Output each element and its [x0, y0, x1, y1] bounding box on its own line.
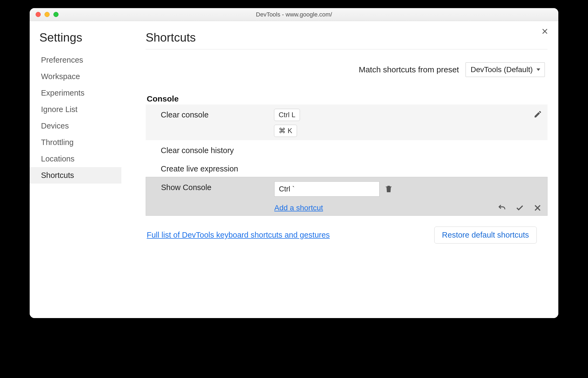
preset-label: Match shortcuts from preset [359, 65, 459, 74]
add-shortcut-link[interactable]: Add a shortcut [274, 204, 323, 212]
preset-row: Match shortcuts from preset DevTools (De… [146, 62, 548, 77]
shortcut-input[interactable] [274, 181, 380, 197]
close-icon[interactable] [541, 28, 549, 37]
sidebar-item-shortcuts[interactable]: Shortcuts [30, 167, 121, 184]
sidebar-item-label: Preferences [41, 56, 83, 64]
preset-selected-value: DevTools (Default) [471, 65, 533, 74]
preset-select[interactable]: DevTools (Default) [466, 62, 545, 77]
shortcut-row-show-console: Show Console Add a shortcut [146, 177, 548, 216]
shortcut-name: Clear console [161, 108, 274, 119]
check-icon[interactable] [515, 204, 524, 212]
key-chip: ⌘ K [274, 125, 297, 137]
sidebar-item-locations[interactable]: Locations [30, 151, 121, 167]
shortcut-edit-row [274, 181, 498, 197]
shortcut-row-create-live: Create live expression [146, 158, 548, 177]
page-title: Shortcuts [146, 31, 548, 44]
shortcuts-footer: Full list of DevTools keyboard shortcuts… [146, 216, 548, 244]
shortcut-name: Show Console [161, 180, 274, 192]
sidebar-item-label: Shortcuts [41, 171, 74, 180]
editing-actions [498, 204, 542, 212]
settings-content: Settings Preferences Workspace Experimen… [30, 21, 558, 318]
sidebar-item-label: Devices [41, 122, 69, 130]
window-titlebar: DevTools - www.google.com/ [30, 8, 558, 21]
shortcut-row-clear-console: Clear console Ctrl L ⌘ K [146, 104, 548, 140]
sidebar-item-label: Locations [41, 154, 74, 163]
shortcut-keys [274, 143, 542, 144]
cancel-icon[interactable] [533, 204, 542, 212]
undo-icon[interactable] [498, 204, 506, 212]
sidebar-item-workspace[interactable]: Workspace [30, 68, 121, 85]
sidebar-item-label: Throttling [41, 138, 74, 147]
key-chip: Ctrl L [274, 109, 300, 121]
shortcuts-panel: Shortcuts Match shortcuts from preset De… [121, 21, 558, 307]
trash-icon[interactable] [384, 185, 393, 193]
shortcut-actions [534, 108, 542, 119]
sidebar-item-label: Ignore List [41, 105, 77, 114]
sidebar-item-devices[interactable]: Devices [30, 118, 121, 134]
window-title: DevTools - www.google.com/ [30, 11, 558, 18]
sidebar-item-throttling[interactable]: Throttling [30, 134, 121, 151]
sidebar-item-experiments[interactable]: Experiments [30, 85, 121, 101]
sidebar-title: Settings [39, 31, 121, 44]
sidebar-item-label: Workspace [41, 72, 80, 81]
settings-sidebar: Settings Preferences Workspace Experimen… [30, 21, 121, 307]
sidebar-item-label: Experiments [41, 89, 84, 97]
full-list-link[interactable]: Full list of DevTools keyboard shortcuts… [147, 231, 330, 239]
shortcut-keys: Ctrl L ⌘ K [274, 108, 534, 137]
devtools-settings-window: DevTools - www.google.com/ Settings Pref… [30, 8, 558, 318]
section-console-header: Console [146, 94, 548, 103]
shortcut-keys [274, 162, 542, 163]
shortcut-name: Create live expression [161, 162, 274, 173]
sidebar-item-ignore-list[interactable]: Ignore List [30, 101, 121, 118]
shortcut-row-clear-history: Clear console history [146, 140, 548, 158]
title-divider [146, 49, 548, 49]
edit-icon[interactable] [534, 110, 542, 119]
sidebar-item-preferences[interactable]: Preferences [30, 52, 121, 68]
shortcut-name: Clear console history [161, 143, 274, 155]
restore-defaults-button[interactable]: Restore default shortcuts [434, 227, 537, 244]
shortcut-edit-area: Add a shortcut [274, 180, 498, 212]
